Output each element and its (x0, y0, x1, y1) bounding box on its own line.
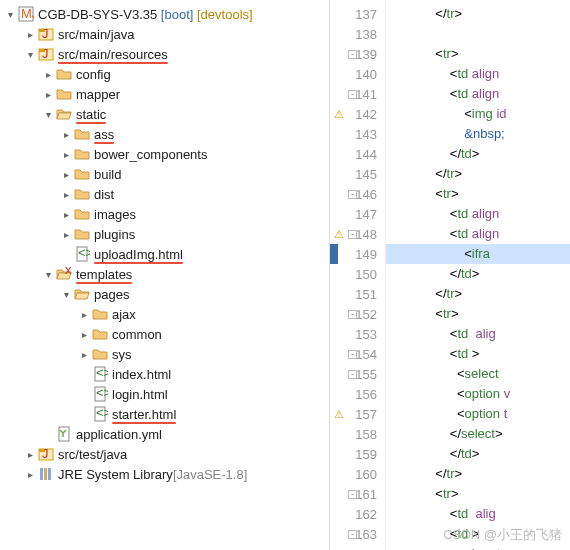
code-editor[interactable]: 137138-139140-141⚠142143144145-146147⚠-1… (330, 0, 570, 550)
chevron-right-icon[interactable]: ▸ (22, 466, 38, 482)
line-number[interactable]: 138 (330, 24, 385, 44)
tree-item[interactable]: ▾pages (0, 284, 329, 304)
code-line[interactable]: <img id (386, 104, 570, 124)
code-line[interactable]: &nbsp; (386, 124, 570, 144)
tree-item[interactable]: ▸dist (0, 184, 329, 204)
tree-item[interactable]: ▸common (0, 324, 329, 344)
fold-toggle[interactable]: - (348, 490, 357, 499)
chevron-down-icon[interactable]: ▾ (40, 106, 56, 122)
tree-item[interactable]: <>uploadImg.html (0, 244, 329, 264)
line-number[interactable]: 145 (330, 164, 385, 184)
fold-toggle[interactable]: - (348, 90, 357, 99)
code-line[interactable]: <td alig (386, 504, 570, 524)
line-number[interactable]: -141 (330, 84, 385, 104)
code-line[interactable]: <ifra (386, 244, 570, 264)
warning-icon[interactable]: ⚠ (334, 408, 344, 421)
line-number[interactable]: 151 (330, 284, 385, 304)
code-line[interactable]: <td > (386, 344, 570, 364)
tree-item[interactable]: ▸Jsrc/test/java (0, 444, 329, 464)
chevron-right-icon[interactable]: ▸ (76, 306, 92, 322)
code-line[interactable]: <tr> (386, 44, 570, 64)
code-line[interactable]: </select> (386, 424, 570, 444)
code-line[interactable]: <td align (386, 224, 570, 244)
line-number[interactable]: -139 (330, 44, 385, 64)
code-line[interactable]: <td align (386, 84, 570, 104)
line-number[interactable]: -154 (330, 344, 385, 364)
line-number[interactable]: ⚠142 (330, 104, 385, 124)
chevron-right-icon[interactable]: ▸ (58, 206, 74, 222)
project-explorer[interactable]: ▾ MJ CGB-DB-SYS-V3.35 [boot] [devtools] … (0, 0, 330, 550)
line-number[interactable]: -163 (330, 524, 385, 544)
fold-toggle[interactable]: - (348, 350, 357, 359)
tree-item[interactable]: ▸ajax (0, 304, 329, 324)
fold-toggle[interactable]: - (348, 530, 357, 539)
line-number[interactable]: -155 (330, 364, 385, 384)
chevron-right-icon[interactable]: ▸ (58, 146, 74, 162)
chevron-right-icon[interactable]: ▸ (76, 326, 92, 342)
code-line[interactable]: <option t (386, 404, 570, 424)
tree-item[interactable]: ▸Jsrc/main/java (0, 24, 329, 44)
code-line[interactable]: </td> (386, 264, 570, 284)
tree-item[interactable]: ▸bower_components (0, 144, 329, 164)
code-area[interactable]: </tr> <tr> <td align <td align <img id &… (386, 0, 570, 550)
line-number[interactable]: ⚠157 (330, 404, 385, 424)
fold-toggle[interactable]: - (348, 370, 357, 379)
code-line[interactable]: <td align (386, 64, 570, 84)
line-number[interactable]: 159 (330, 444, 385, 464)
code-line[interactable] (386, 24, 570, 44)
line-number[interactable]: ⚠-148 (330, 224, 385, 244)
tree-item[interactable]: ▾static (0, 104, 329, 124)
code-line[interactable]: </tr> (386, 4, 570, 24)
code-line[interactable]: </td> (386, 144, 570, 164)
fold-toggle[interactable]: - (348, 190, 357, 199)
code-line[interactable]: <td alig (386, 324, 570, 344)
line-number[interactable]: 150 (330, 264, 385, 284)
tree-item[interactable]: <>starter.html (0, 404, 329, 424)
code-line[interactable]: </tr> (386, 464, 570, 484)
chevron-right-icon[interactable]: ▸ (58, 186, 74, 202)
line-number[interactable]: 156 (330, 384, 385, 404)
code-line[interactable]: <input (386, 544, 570, 550)
warning-icon[interactable]: ⚠ (334, 108, 344, 121)
fold-toggle[interactable]: - (348, 50, 357, 59)
tree-item[interactable]: ▸images (0, 204, 329, 224)
line-number[interactable]: 149 (330, 244, 385, 264)
chevron-down-icon[interactable]: ▾ (2, 6, 18, 22)
line-number[interactable]: 158 (330, 424, 385, 444)
tree-item[interactable]: ▾Jsrc/main/resources (0, 44, 329, 64)
warning-icon[interactable]: ⚠ (334, 228, 344, 241)
tree-item[interactable]: ▸plugins (0, 224, 329, 244)
code-line[interactable]: <td align (386, 204, 570, 224)
code-line[interactable]: </td> (386, 444, 570, 464)
tree-item[interactable]: ▸mapper (0, 84, 329, 104)
line-number[interactable]: 160 (330, 464, 385, 484)
fold-toggle[interactable]: - (348, 230, 357, 239)
chevron-right-icon[interactable]: ▸ (58, 126, 74, 142)
line-number[interactable]: 147 (330, 204, 385, 224)
tree-item[interactable]: ▸sys (0, 344, 329, 364)
line-number[interactable]: 162 (330, 504, 385, 524)
chevron-right-icon[interactable]: ▸ (22, 446, 38, 462)
chevron-right-icon[interactable]: ▸ (76, 346, 92, 362)
code-line[interactable]: <tr> (386, 304, 570, 324)
line-number[interactable]: 137 (330, 4, 385, 24)
project-root[interactable]: ▾ MJ CGB-DB-SYS-V3.35 [boot] [devtools] (0, 4, 329, 24)
code-line[interactable]: <tr> (386, 484, 570, 504)
line-number[interactable]: ⚠164 (330, 544, 385, 550)
code-line[interactable]: <select (386, 364, 570, 384)
code-line[interactable]: </tr> (386, 164, 570, 184)
line-number[interactable]: 144 (330, 144, 385, 164)
code-line[interactable]: </tr> (386, 284, 570, 304)
fold-toggle[interactable]: - (348, 310, 357, 319)
chevron-right-icon[interactable]: ▸ (40, 66, 56, 82)
code-line[interactable]: <option v (386, 384, 570, 404)
line-number[interactable]: -152 (330, 304, 385, 324)
line-number[interactable]: -146 (330, 184, 385, 204)
chevron-right-icon[interactable]: ▸ (58, 166, 74, 182)
line-number[interactable]: -161 (330, 484, 385, 504)
code-line[interactable]: <tr> (386, 184, 570, 204)
tree-item[interactable]: ▸config (0, 64, 329, 84)
tree-item[interactable]: ▸ass (0, 124, 329, 144)
chevron-right-icon[interactable]: ▸ (58, 226, 74, 242)
line-number[interactable]: 140 (330, 64, 385, 84)
